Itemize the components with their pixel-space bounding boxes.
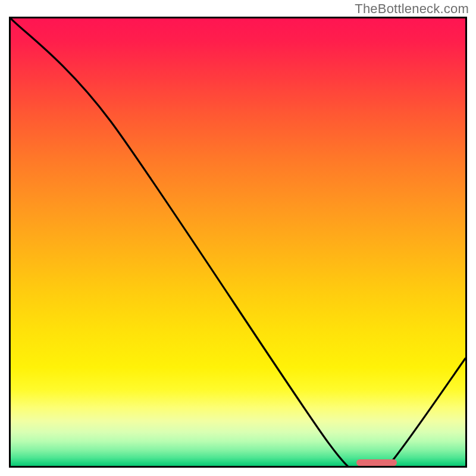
optimal-range-marker (356, 459, 397, 466)
watermark-text: TheBottleneck.com (355, 1, 469, 17)
plot-area (9, 17, 467, 468)
chart-canvas: TheBottleneck.com (0, 0, 476, 476)
bottleneck-curve (11, 18, 465, 466)
